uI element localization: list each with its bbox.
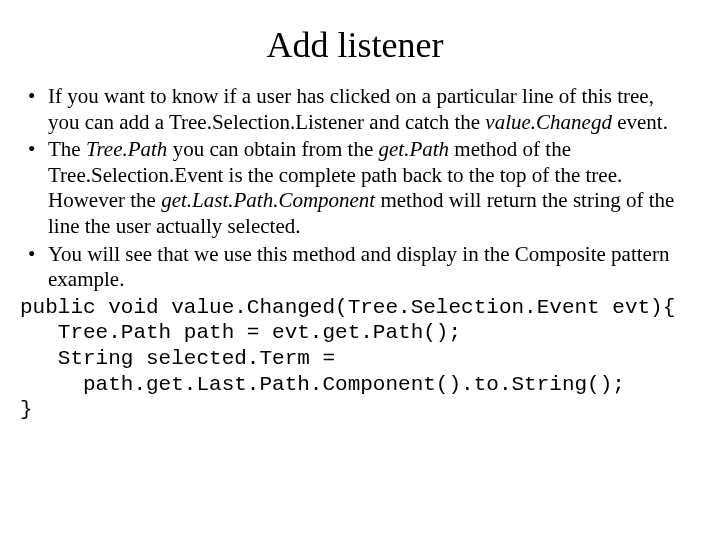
code-block: public void value.Changed(Tree.Selection… <box>20 295 690 423</box>
code-line-2: Tree.Path path = evt.get.Path(); <box>20 320 690 346</box>
code-line-4: path.get.Last.Path.Component().to.String… <box>20 372 690 398</box>
bullet-1-text-b: event. <box>612 110 668 134</box>
bullet-2-text-a: The <box>48 137 86 161</box>
bullet-3: You will see that we use this method and… <box>20 242 690 293</box>
code-line-5: } <box>20 397 690 423</box>
bullet-1-italic: value.Chanegd <box>485 110 612 134</box>
code-line-3: String selected.Term = <box>20 346 690 372</box>
bullet-2-italic-2: get.Path <box>378 137 449 161</box>
bullet-list: If you want to know if a user has clicke… <box>20 84 690 293</box>
slide-title: Add listener <box>20 24 690 66</box>
code-line-1: public void value.Changed(Tree.Selection… <box>20 295 690 321</box>
bullet-2-italic-3: get.Last.Path.Component <box>161 188 375 212</box>
bullet-2-text-b: you can obtain from the <box>167 137 378 161</box>
bullet-3-text: You will see that we use this method and… <box>48 242 669 292</box>
bullet-2-italic-1: Tree.Path <box>86 137 167 161</box>
slide: Add listener If you want to know if a us… <box>0 0 720 540</box>
bullet-2: The Tree.Path you can obtain from the ge… <box>20 137 690 239</box>
bullet-1: If you want to know if a user has clicke… <box>20 84 690 135</box>
